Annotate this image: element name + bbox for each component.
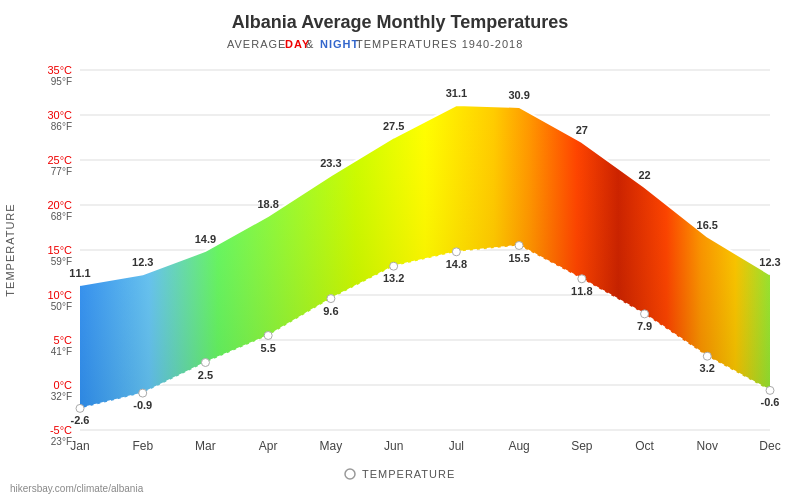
svg-point-18 [515, 242, 523, 250]
svg-text:Jan: Jan [70, 439, 89, 453]
svg-text:23.3: 23.3 [320, 157, 341, 169]
svg-text:Jun: Jun [384, 439, 403, 453]
svg-text:15.5: 15.5 [508, 252, 529, 264]
svg-text:-2.6: -2.6 [71, 414, 90, 426]
svg-text:Feb: Feb [132, 439, 153, 453]
svg-text:Mar: Mar [195, 439, 216, 453]
svg-text:11.8: 11.8 [571, 285, 592, 297]
svg-text:11.1: 11.1 [69, 267, 90, 279]
svg-text:14.9: 14.9 [195, 233, 216, 245]
svg-text:31.1: 31.1 [446, 87, 467, 99]
svg-text:12.3: 12.3 [132, 256, 153, 268]
svg-text:2.5: 2.5 [198, 369, 213, 381]
svg-text:16.5: 16.5 [697, 219, 718, 231]
svg-text:23°F: 23°F [51, 436, 72, 447]
svg-text:Oct: Oct [635, 439, 654, 453]
svg-text:30.9: 30.9 [508, 89, 529, 101]
svg-point-11 [76, 404, 84, 412]
svg-text:9.6: 9.6 [323, 305, 338, 317]
svg-text:50°F: 50°F [51, 301, 72, 312]
svg-text:10°C: 10°C [47, 289, 72, 301]
svg-text:35°C: 35°C [47, 64, 72, 76]
svg-text:14.8: 14.8 [446, 258, 467, 270]
svg-text:AVERAGE: AVERAGE [227, 38, 286, 50]
svg-text:-0.6: -0.6 [761, 396, 780, 408]
svg-text:TEMPERATURE: TEMPERATURE [362, 468, 455, 480]
svg-point-16 [390, 262, 398, 270]
svg-point-20 [641, 310, 649, 318]
svg-text:TEMPERATURES 1940-2018: TEMPERATURES 1940-2018 [356, 38, 523, 50]
svg-text:5°C: 5°C [54, 334, 73, 346]
svg-text:&: & [306, 38, 314, 50]
chart-container: 11.112.314.918.823.327.531.130.9272216.5… [0, 0, 800, 500]
svg-text:5.5: 5.5 [261, 342, 276, 354]
svg-point-22 [766, 386, 774, 394]
svg-point-14 [264, 332, 272, 340]
svg-text:-0.9: -0.9 [133, 399, 152, 411]
svg-text:13.2: 13.2 [383, 272, 404, 284]
svg-point-13 [201, 359, 209, 367]
svg-text:3.2: 3.2 [700, 362, 715, 374]
svg-text:30°C: 30°C [47, 109, 72, 121]
svg-text:59°F: 59°F [51, 256, 72, 267]
svg-text:27.5: 27.5 [383, 120, 404, 132]
svg-point-12 [139, 389, 147, 397]
svg-point-84 [345, 469, 355, 479]
svg-text:Dec: Dec [759, 439, 780, 453]
svg-text:86°F: 86°F [51, 121, 72, 132]
svg-text:TEMPERATURE: TEMPERATURE [4, 203, 16, 296]
svg-point-21 [703, 352, 711, 360]
svg-text:May: May [320, 439, 343, 453]
svg-text:32°F: 32°F [51, 391, 72, 402]
svg-text:-5°C: -5°C [50, 424, 72, 436]
svg-text:27: 27 [576, 124, 588, 136]
svg-text:20°C: 20°C [47, 199, 72, 211]
svg-text:25°C: 25°C [47, 154, 72, 166]
svg-text:77°F: 77°F [51, 166, 72, 177]
svg-point-17 [452, 248, 460, 256]
svg-text:12.3: 12.3 [759, 256, 780, 268]
temperature-chart: 11.112.314.918.823.327.531.130.9272216.5… [0, 0, 800, 500]
svg-text:18.8: 18.8 [257, 198, 278, 210]
svg-text:68°F: 68°F [51, 211, 72, 222]
svg-point-15 [327, 295, 335, 303]
svg-text:Nov: Nov [697, 439, 718, 453]
svg-text:0°C: 0°C [54, 379, 73, 391]
svg-text:Aug: Aug [508, 439, 529, 453]
svg-text:hikersbay.com/climate/albania: hikersbay.com/climate/albania [10, 483, 144, 494]
svg-text:Albania Average Monthly Temper: Albania Average Monthly Temperatures [232, 12, 568, 32]
svg-point-19 [578, 275, 586, 283]
svg-text:22: 22 [638, 169, 650, 181]
svg-text:41°F: 41°F [51, 346, 72, 357]
svg-text:NIGHT: NIGHT [320, 38, 359, 50]
svg-text:95°F: 95°F [51, 76, 72, 87]
svg-text:Jul: Jul [449, 439, 464, 453]
svg-text:15°C: 15°C [47, 244, 72, 256]
svg-text:Sep: Sep [571, 439, 593, 453]
svg-text:Apr: Apr [259, 439, 278, 453]
svg-text:7.9: 7.9 [637, 320, 652, 332]
